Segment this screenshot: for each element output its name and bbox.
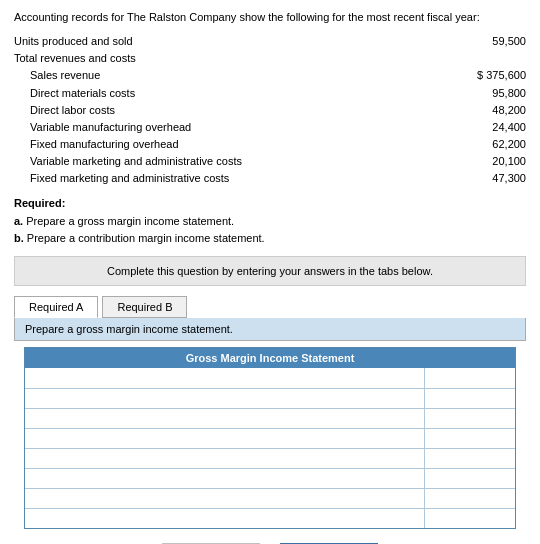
tab-reqB[interactable]: Required B [102,296,187,318]
required-list: a. Prepare a gross margin income stateme… [14,213,526,248]
tab-content-label: Prepare a gross margin income statement. [14,318,526,341]
line-item-row: Direct materials costs 95,800 [14,85,526,102]
line-item-label: Fixed manufacturing overhead [14,136,446,153]
line-item-row: Direct labor costs 48,200 [14,102,526,119]
line-item-label: Direct labor costs [14,102,446,119]
intro-text: Accounting records for The Ralston Compa… [14,10,526,25]
required-item: b. Prepare a contribution margin income … [14,230,526,248]
table-row [25,468,515,488]
line-item-row: Variable marketing and administrative co… [14,153,526,170]
row-label-cell[interactable] [25,409,425,428]
table-row [25,488,515,508]
row-label-cell[interactable] [25,389,425,408]
instruction-box: Complete this question by entering your … [14,256,526,286]
line-item-row: Variable manufacturing overhead 24,400 [14,119,526,136]
line-item-label: Variable manufacturing overhead [14,119,446,136]
line-item-value: 48,200 [446,102,526,119]
total-label: Total revenues and costs [14,50,446,67]
row-label-cell[interactable] [25,368,425,388]
units-value: 59,500 [446,33,526,50]
line-item-row: Fixed marketing and administrative costs… [14,170,526,187]
required-letter: a. [14,215,23,227]
line-item-row: Fixed manufacturing overhead 62,200 [14,136,526,153]
tabs-row: Required ARequired B [14,296,526,318]
table-row [25,408,515,428]
line-item-value: 47,300 [446,170,526,187]
row-label-cell[interactable] [25,449,425,468]
line-item-value: $ 375,600 [446,67,526,84]
tab-reqA[interactable]: Required A [14,296,98,318]
data-section: Units produced and sold 59,500 Total rev… [14,33,526,186]
line-item-label: Direct materials costs [14,85,446,102]
tabs-container: Required ARequired B Prepare a gross mar… [14,296,526,341]
table-row [25,368,515,388]
line-item-label: Fixed marketing and administrative costs [14,170,446,187]
row-label-cell[interactable] [25,469,425,488]
table-row [25,508,515,528]
line-items: Sales revenue $ 375,600 Direct materials… [14,67,526,186]
row-label-cell[interactable] [25,489,425,508]
required-item: a. Prepare a gross margin income stateme… [14,213,526,231]
total-value [446,50,526,67]
line-item-value: 20,100 [446,153,526,170]
line-item-value: 62,200 [446,136,526,153]
table-row [25,388,515,408]
line-item-value: 95,800 [446,85,526,102]
required-letter: b. [14,232,24,244]
line-item-row: Sales revenue $ 375,600 [14,67,526,84]
total-row: Total revenues and costs [14,50,526,67]
units-label: Units produced and sold [14,33,446,50]
line-item-label: Variable marketing and administrative co… [14,153,446,170]
gross-margin-table: Gross Margin Income Statement [24,347,516,529]
row-label-cell[interactable] [25,509,425,528]
table-row [25,448,515,468]
required-section: Required: a. Prepare a gross margin inco… [14,197,526,248]
table-header: Gross Margin Income Statement [25,348,515,368]
units-row: Units produced and sold 59,500 [14,33,526,50]
table-row [25,428,515,448]
line-item-value: 24,400 [446,119,526,136]
table-body [25,368,515,528]
row-label-cell[interactable] [25,429,425,448]
line-item-label: Sales revenue [14,67,446,84]
required-title: Required: [14,197,526,209]
